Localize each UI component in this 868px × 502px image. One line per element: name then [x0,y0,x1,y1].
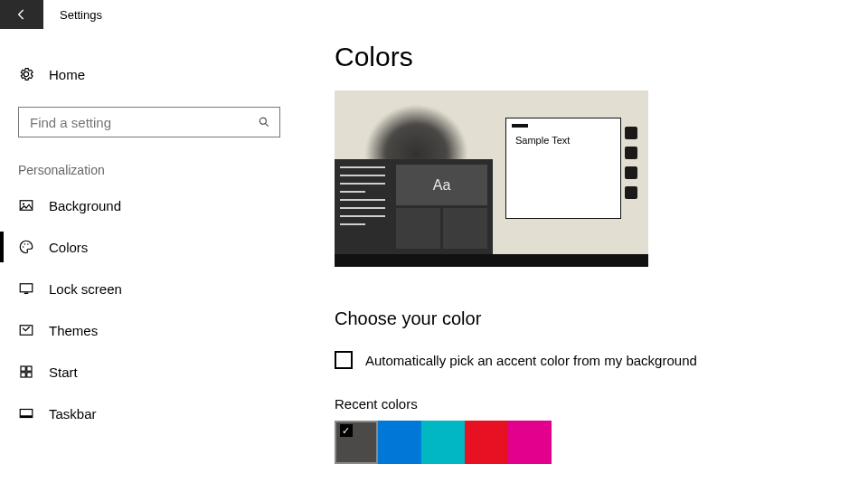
recent-colors-label: Recent colors [335,396,850,412]
search-input[interactable] [18,107,280,137]
svg-rect-15 [20,415,33,417]
preview-start-menu: Aa [335,159,493,254]
svg-point-6 [27,243,29,245]
app-title: Settings [43,8,102,22]
preview-wallpaper-calligraphy [625,127,639,199]
sidebar-item-label: Start [49,365,78,380]
preview-window: Sample Text [505,118,621,219]
color-swatch[interactable] [465,421,508,464]
sidebar-item-colors[interactable]: Colors [0,226,298,268]
sidebar-item-taskbar[interactable]: Taskbar [0,393,298,434]
gear-icon [18,66,34,82]
sidebar-item-label: Taskbar [49,406,97,421]
auto-pick-checkbox[interactable]: Automatically pick an accent color from … [335,351,850,369]
back-arrow-icon [14,7,29,22]
svg-rect-7 [20,284,33,292]
svg-rect-8 [24,293,29,295]
sidebar-item-background[interactable]: Background [0,185,298,226]
sidebar: Home Personalization Background Colors L… [0,29,298,502]
sidebar-item-label: Colors [49,240,88,255]
sidebar-item-label: Themes [49,323,98,338]
preview-taskbar [335,254,648,267]
search-field[interactable] [28,114,258,131]
sidebar-item-lock-screen[interactable]: Lock screen [0,268,298,309]
recent-colors-row: ✓ [335,421,850,464]
lock-screen-icon [18,280,34,297]
home-button[interactable]: Home [0,56,298,92]
sidebar-item-start[interactable]: Start [0,351,298,393]
palette-icon [18,239,34,255]
preview-sample-text: Sample Text [515,135,570,146]
svg-point-5 [24,243,26,245]
color-swatch[interactable]: ✓ [335,421,378,464]
svg-rect-13 [27,373,32,377]
picture-icon [18,197,34,213]
page-title: Colors [335,42,850,72]
auto-pick-label: Automatically pick an accent color from … [365,353,697,368]
sidebar-item-themes[interactable]: Themes [0,309,298,351]
section-label: Personalization [0,137,298,185]
svg-point-3 [23,203,24,204]
sidebar-item-label: Background [49,198,121,213]
color-swatch[interactable] [378,421,421,464]
preview-tile-aa: Aa [396,165,487,205]
color-swatch[interactable] [508,421,552,464]
back-button[interactable] [0,0,43,29]
main-content: Colors Aa Sample Text Choose your color [298,29,868,502]
svg-line-1 [266,124,269,127]
checkbox-icon [335,351,353,369]
title-bar: Settings [0,0,868,29]
start-icon [18,364,34,380]
checkmark-icon: ✓ [342,425,350,437]
search-icon [258,116,270,128]
sidebar-item-label: Lock screen [49,281,122,297]
svg-rect-11 [27,366,32,371]
taskbar-icon [18,405,34,421]
home-label: Home [49,67,85,82]
themes-icon [18,322,34,338]
svg-point-4 [23,246,24,248]
color-swatch[interactable] [421,421,465,464]
choose-color-heading: Choose your color [335,308,850,329]
svg-rect-12 [21,373,25,377]
color-preview: Aa Sample Text [335,90,648,267]
svg-point-0 [259,118,266,124]
svg-rect-10 [21,366,25,371]
